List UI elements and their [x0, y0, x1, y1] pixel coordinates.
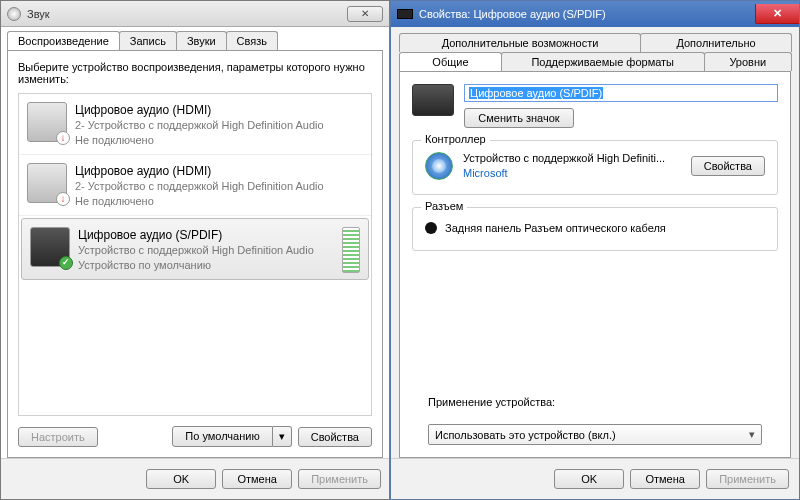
- playback-tab-body: Выберите устройство воспроизведения, пар…: [7, 50, 383, 458]
- device-item-selected[interactable]: Цифровое аудио (S/PDIF) Устройство с под…: [21, 218, 369, 280]
- controller-group-title: Контроллер: [421, 133, 490, 145]
- sound-icon: [7, 7, 21, 21]
- device-name-value: Цифровое аудио (S/PDIF): [469, 87, 603, 99]
- disconnected-badge-icon: [56, 131, 70, 145]
- device-name: Цифровое аудио (HDMI): [75, 102, 324, 118]
- device-large-icon: [412, 84, 454, 116]
- sound-dialog-buttons: OK Отмена Применить: [1, 458, 389, 499]
- default-badge-icon: [59, 256, 73, 270]
- monitor-icon: [27, 102, 67, 142]
- jack-group-title: Разъем: [421, 200, 467, 212]
- properties-titlebar[interactable]: Свойства: Цифровое аудио (S/PDIF) ✕: [391, 1, 799, 27]
- monitor-icon: [27, 163, 67, 203]
- device-name: Цифровое аудио (S/PDIF): [78, 227, 314, 243]
- ok-button[interactable]: OK: [146, 469, 216, 489]
- change-icon-button[interactable]: Сменить значок: [464, 108, 574, 128]
- apply-button[interactable]: Применить: [706, 469, 789, 489]
- properties-tabs-row1: Дополнительные возможности Дополнительно: [391, 27, 799, 52]
- tab-communications[interactable]: Связь: [226, 31, 278, 50]
- device-usage-value: Использовать это устройство (вкл.): [435, 429, 616, 441]
- controller-name: Устройство с поддержкой High Definiti...: [463, 151, 681, 166]
- device-text: Цифровое аудио (HDMI) 2- Устройство с по…: [75, 163, 324, 209]
- device-controller: 2- Устройство с поддержкой High Definiti…: [75, 179, 324, 194]
- device-item[interactable]: Цифровое аудио (HDMI) 2- Устройство с по…: [19, 155, 371, 216]
- tab-enhancements[interactable]: Дополнительные возможности: [399, 33, 641, 52]
- properties-dialog-buttons: OK Отмена Применить: [391, 458, 799, 499]
- device-usage-label: Применение устройства:: [412, 396, 778, 408]
- playback-instructions: Выберите устройство воспроизведения, пар…: [18, 61, 372, 85]
- set-default-dropdown[interactable]: ▾: [273, 426, 292, 447]
- properties-title: Свойства: Цифровое аудио (S/PDIF): [419, 8, 606, 20]
- sound-tabs: Воспроизведение Запись Звуки Связь: [1, 27, 389, 50]
- close-icon: ✕: [773, 7, 782, 20]
- device-status: Не подключено: [75, 194, 324, 209]
- controller-manufacturer: Microsoft: [463, 166, 681, 181]
- device-text: Цифровое аудио (HDMI) 2- Устройство с по…: [75, 102, 324, 148]
- sound-titlebar[interactable]: Звук ✕: [1, 1, 389, 27]
- set-default-split-button[interactable]: По умолчанию ▾: [172, 426, 291, 447]
- ok-button[interactable]: OK: [554, 469, 624, 489]
- set-default-button[interactable]: По умолчанию: [172, 426, 272, 447]
- controller-icon: [425, 152, 453, 180]
- device-status: Не подключено: [75, 133, 324, 148]
- tab-levels[interactable]: Уровни: [704, 52, 792, 71]
- device-name: Цифровое аудио (HDMI): [75, 163, 324, 179]
- controller-group: Контроллер Устройство с поддержкой High …: [412, 140, 778, 195]
- tab-supported-formats[interactable]: Поддерживаемые форматы: [501, 52, 705, 71]
- chevron-down-icon: ▾: [279, 430, 285, 442]
- level-meter-icon: [342, 227, 360, 273]
- device-controller: Устройство с поддержкой High Definition …: [78, 243, 314, 258]
- jack-group: Разъем Задняя панель Разъем оптического …: [412, 207, 778, 251]
- playback-lower-buttons: Настроить По умолчанию ▾ Свойства: [18, 426, 372, 447]
- spdif-device-icon: [30, 227, 70, 267]
- device-name-section: Цифровое аудио (S/PDIF) Сменить значок: [412, 84, 778, 128]
- tab-general[interactable]: Общие: [399, 52, 502, 71]
- spdif-icon: [397, 9, 413, 19]
- configure-button[interactable]: Настроить: [18, 427, 98, 447]
- sound-close-button[interactable]: ✕: [347, 6, 383, 22]
- properties-window: Свойства: Цифровое аудио (S/PDIF) ✕ Допо…: [390, 0, 800, 500]
- device-item[interactable]: Цифровое аудио (HDMI) 2- Устройство с по…: [19, 94, 371, 155]
- cancel-button[interactable]: Отмена: [630, 469, 700, 489]
- properties-button[interactable]: Свойства: [298, 427, 372, 447]
- properties-tabs-row2: Общие Поддерживаемые форматы Уровни: [391, 52, 799, 71]
- device-status: Устройство по умолчанию: [78, 258, 314, 273]
- sound-title: Звук: [27, 8, 50, 20]
- sound-window: Звук ✕ Воспроизведение Запись Звуки Связ…: [0, 0, 390, 500]
- tab-playback[interactable]: Воспроизведение: [7, 31, 120, 50]
- tab-advanced[interactable]: Дополнительно: [640, 33, 792, 52]
- device-controller: 2- Устройство с поддержкой High Definiti…: [75, 118, 324, 133]
- device-list[interactable]: Цифровое аудио (HDMI) 2- Устройство с по…: [18, 93, 372, 416]
- cancel-button[interactable]: Отмена: [222, 469, 292, 489]
- apply-button[interactable]: Применить: [298, 469, 381, 489]
- close-icon: ✕: [361, 8, 369, 19]
- jack-color-icon: [425, 222, 437, 234]
- jack-description: Задняя панель Разъем оптического кабеля: [445, 222, 666, 234]
- device-usage-combobox[interactable]: Использовать это устройство (вкл.): [428, 424, 762, 445]
- device-name-input[interactable]: Цифровое аудио (S/PDIF): [464, 84, 778, 102]
- properties-close-button[interactable]: ✕: [755, 4, 799, 24]
- tab-recording[interactable]: Запись: [119, 31, 177, 50]
- controller-properties-button[interactable]: Свойства: [691, 156, 765, 176]
- device-text: Цифровое аудио (S/PDIF) Устройство с под…: [78, 227, 314, 273]
- general-tab-body: Цифровое аудио (S/PDIF) Сменить значок К…: [399, 71, 791, 458]
- tab-sounds[interactable]: Звуки: [176, 31, 227, 50]
- disconnected-badge-icon: [56, 192, 70, 206]
